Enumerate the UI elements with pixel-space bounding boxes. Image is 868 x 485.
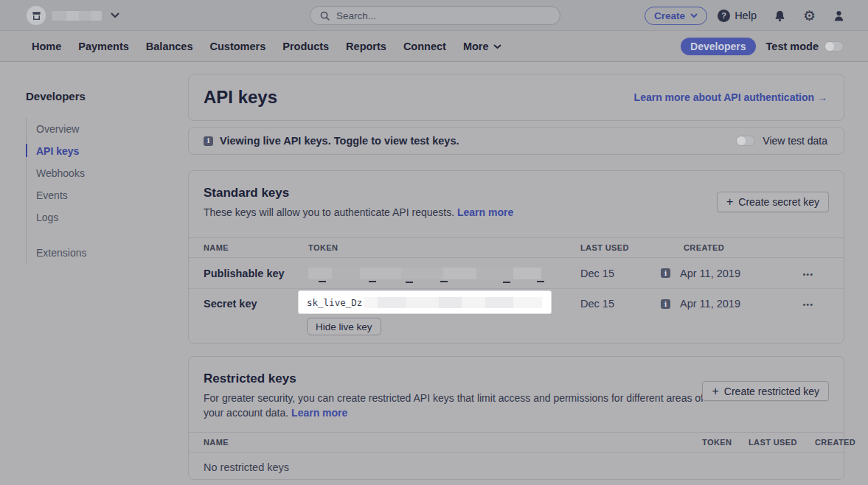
create-button[interactable]: Create (645, 7, 707, 25)
topbar: Create ? Help ⚙ (0, 0, 868, 31)
column-header-name: NAME (189, 243, 308, 252)
nav-item-payments[interactable]: Payments (78, 41, 129, 52)
account-name-redacted (52, 11, 102, 21)
sidebar-title: Developers (26, 90, 166, 102)
nav-item-home[interactable]: Home (32, 41, 61, 52)
gear-icon: ⚙ (803, 9, 816, 23)
chevron-down-icon (493, 44, 501, 49)
standard-keys-card: Standard keys These keys will allow you … (188, 170, 844, 343)
info-icon-glyph: i (207, 137, 210, 144)
restricted-keys-table-header: NAME TOKEN LAST USED CREATED (189, 432, 844, 453)
plus-icon: + (726, 196, 733, 208)
toggle-knob (825, 42, 834, 51)
nav-links: Home Payments Balances Customers Product… (32, 31, 501, 62)
publishable-key-token-cell (308, 268, 580, 279)
secret-key-token-redacted (364, 297, 542, 308)
help-button[interactable]: ? Help (718, 10, 757, 22)
sidebar-item-extensions[interactable]: Extensions (27, 242, 166, 264)
create-secret-key-button[interactable]: + Create secret key (717, 192, 829, 212)
bell-icon (774, 10, 786, 22)
hide-live-key-button[interactable]: Hide live key (307, 318, 381, 335)
help-label: Help (735, 10, 757, 21)
secret-key-token-highlight[interactable]: sk_live_Dz (299, 291, 551, 313)
restricted-keys-empty-row: No restricted keys (189, 453, 844, 482)
test-mode-toggle[interactable] (824, 41, 844, 52)
overflow-menu-icon[interactable]: ••• (802, 270, 813, 279)
restricted-keys-description-text: For greater security, you can create res… (204, 392, 704, 419)
publishable-key-token-redacted (308, 268, 541, 279)
column-header-last-used: LAST USED (580, 243, 661, 252)
secret-key-created: Apr 11, 2019 (680, 298, 740, 310)
plus-icon: + (712, 385, 718, 397)
secret-key-actions: ••• (786, 289, 816, 310)
overflow-menu-icon[interactable]: ••• (802, 300, 813, 309)
publishable-key-last-used: Dec 15 (580, 268, 661, 279)
column-header-created: CREATED (815, 438, 844, 447)
nav-item-customers[interactable]: Customers (210, 41, 266, 52)
info-icon-glyph: i (664, 270, 667, 277)
restricted-keys-empty-message: No restricted keys (189, 461, 844, 473)
main-nav: Home Payments Balances Customers Product… (0, 31, 868, 62)
banner-toggle-group: View test data (736, 135, 827, 147)
info-icon: i (661, 268, 670, 278)
restricted-keys-table: NAME TOKEN LAST USED CREATED No restrict… (189, 432, 844, 482)
view-test-data-label: View test data (763, 135, 827, 147)
developers-sidebar: Developers Overview API keys Webhooks Ev… (26, 90, 166, 264)
sidebar-item-api-keys[interactable]: API keys (27, 140, 166, 162)
person-icon (833, 10, 845, 22)
developers-badge[interactable]: Developers (681, 38, 755, 55)
standard-keys-learn-more-link[interactable]: Learn more (457, 206, 513, 218)
secret-key-name: Secret key (189, 289, 308, 310)
nav-item-products[interactable]: Products (282, 41, 329, 52)
column-header-token: TOKEN (702, 438, 749, 447)
nav-item-reports[interactable]: Reports (346, 41, 386, 52)
account-avatar (27, 6, 46, 25)
view-test-data-toggle[interactable] (736, 136, 755, 146)
column-header-created: CREATED (661, 243, 786, 252)
restricted-keys-card: Restricted keys For greater security, yo… (188, 356, 844, 480)
sidebar-item-overview[interactable]: Overview (27, 118, 166, 140)
sidebar-item-events[interactable]: Events (27, 184, 166, 206)
account-switcher[interactable] (27, 6, 119, 25)
secret-key-created-cell: i Apr 11, 2019 (661, 289, 786, 310)
search-input[interactable] (336, 10, 528, 21)
sidebar-item-logs[interactable]: Logs (27, 206, 166, 228)
publishable-key-created: Apr 11, 2019 (680, 268, 740, 279)
sidebar-list: Overview API keys Webhooks Events Logs E… (26, 118, 166, 264)
page-title: API keys (204, 87, 277, 108)
notifications-button[interactable] (774, 10, 786, 22)
help-icon-glyph: ? (721, 11, 726, 20)
learn-more-api-auth-link[interactable]: Learn more about API authentication → (634, 91, 827, 103)
storefront-icon (31, 10, 42, 21)
nav-item-balances[interactable]: Balances (146, 41, 193, 52)
live-keys-banner: i Viewing live API keys. Toggle to view … (188, 127, 844, 155)
create-restricted-key-label: Create restricted key (724, 385, 819, 397)
info-icon: i (661, 299, 670, 309)
nav-item-connect[interactable]: Connect (403, 41, 446, 52)
developers-badge-label: Developers (690, 41, 746, 52)
test-mode-label: Test mode (766, 41, 819, 52)
restricted-keys-learn-more-link[interactable]: Learn more (291, 407, 347, 419)
api-keys-header-card: API keys Learn more about API authentica… (188, 74, 844, 121)
standard-keys-header: Standard keys These keys will allow you … (189, 171, 844, 220)
column-header-token: TOKEN (308, 243, 580, 252)
help-icon: ? (718, 10, 730, 22)
chevron-down-icon (111, 13, 119, 18)
table-row-secret-key: Secret key sk_live_Dz Hide live key Dec … (189, 289, 844, 346)
column-header-name: NAME (189, 438, 702, 447)
settings-button[interactable]: ⚙ (803, 9, 816, 23)
table-row-publishable-key: Publishable key Dec 15 i Apr 11, 2019 ••… (189, 258, 844, 289)
standard-keys-table: NAME TOKEN LAST USED CREATED Publishable… (189, 237, 844, 346)
create-secret-key-label: Create secret key (738, 196, 819, 208)
publishable-key-actions: ••• (786, 268, 816, 279)
create-restricted-key-button[interactable]: + Create restricted key (702, 381, 829, 401)
search-bar[interactable] (310, 6, 560, 25)
sidebar-item-webhooks[interactable]: Webhooks (27, 162, 166, 184)
nav-item-more[interactable]: More (463, 41, 501, 52)
banner-message: Viewing live API keys. Toggle to view te… (220, 135, 459, 147)
standard-keys-table-header: NAME TOKEN LAST USED CREATED (189, 237, 844, 258)
restricted-keys-description: For greater security, you can create res… (204, 391, 712, 420)
create-button-label: Create (654, 10, 685, 21)
profile-button[interactable] (833, 10, 845, 22)
chevron-down-icon (690, 13, 698, 18)
